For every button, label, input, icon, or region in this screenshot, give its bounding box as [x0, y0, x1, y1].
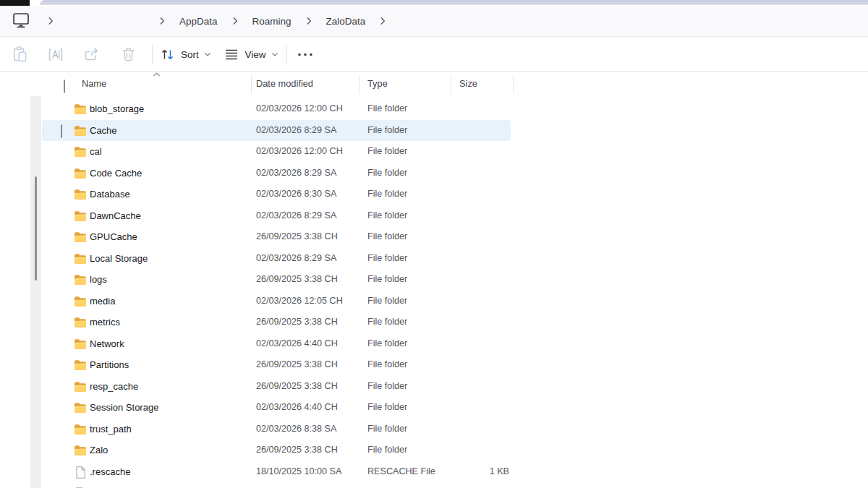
tab-bar-fragment: [40, 0, 868, 5]
file-row[interactable]: trust_path 02/03/2026 8:38 SA File folde…: [42, 419, 511, 440]
column-separator[interactable]: [359, 75, 359, 94]
sort-icon: [161, 48, 174, 61]
more-icon: [297, 53, 313, 56]
rename-button[interactable]: [46, 42, 66, 67]
file-row[interactable]: DawnCache 02/03/2026 8:29 SA File folder: [42, 205, 511, 227]
row-name: GPUCache: [90, 226, 137, 248]
row-type: File folder: [367, 98, 407, 120]
row-date: 02/03/2026 8:29 SA: [256, 163, 336, 184]
breadcrumb-segment-zalodata[interactable]: ZaloData: [322, 16, 370, 27]
file-row[interactable]: GPUCache 26/09/2025 3:38 CH File folder: [42, 226, 511, 248]
row-date: 02/03/2026 12:00 CH: [256, 141, 343, 163]
delete-button[interactable]: [118, 42, 138, 67]
file-row[interactable]: [42, 482, 511, 488]
row-name: Session Storage: [90, 397, 158, 419]
more-options-button[interactable]: [294, 42, 316, 67]
row-size: 1 KB: [441, 461, 509, 483]
row-type: File folder: [367, 269, 407, 291]
breadcrumb: AppData Roaming ZaloData: [38, 6, 396, 36]
view-button[interactable]: View: [224, 42, 279, 67]
chevron-right-icon[interactable]: [232, 17, 238, 25]
row-name: media: [90, 291, 115, 312]
chevron-down-icon: [204, 52, 211, 57]
row-type: File folder: [367, 120, 407, 142]
file-row[interactable]: cal 02/03/2026 12:00 CH File folder: [42, 141, 511, 163]
file-row[interactable]: Network 02/03/2026 4:40 CH File folder: [42, 333, 511, 355]
column-separator[interactable]: [513, 75, 514, 94]
row-name: Cache: [90, 120, 117, 142]
row-date: 02/03/2026 4:40 CH: [256, 333, 338, 355]
column-header-date-modified[interactable]: Date modified: [256, 72, 313, 96]
row-name: metrics: [90, 312, 120, 333]
row-type: File folder: [367, 163, 407, 184]
paste-button[interactable]: [10, 42, 30, 67]
breadcrumb-segment-roaming[interactable]: Roaming: [248, 16, 296, 27]
file-row[interactable]: blob_storage 02/03/2026 12:00 CH File fo…: [42, 98, 511, 120]
column-separator[interactable]: [251, 75, 252, 94]
file-row[interactable]: Session Storage 02/03/2026 4:40 CH File …: [42, 397, 511, 419]
folder-icon: [74, 103, 87, 115]
chevron-right-icon[interactable]: [380, 17, 386, 25]
folder-icon: [74, 253, 87, 265]
column-header-size[interactable]: Size: [459, 72, 477, 96]
row-date: 18/10/2025 10:00 SA: [256, 461, 341, 483]
file-row[interactable]: Zalo 26/09/2025 3:38 CH File folder: [42, 440, 511, 461]
folder-icon: [74, 402, 87, 414]
file-row[interactable]: Partitions 26/09/2025 3:38 CH File folde…: [42, 354, 511, 376]
folder-icon: [74, 424, 87, 435]
toolbar-separator: [152, 45, 153, 64]
row-type: File folder: [367, 440, 407, 461]
select-all-checkbox[interactable]: [64, 80, 65, 93]
column-header-row: Name Date modified Type Size: [0, 72, 868, 96]
row-date: 02/03/2026 8:29 SA: [256, 120, 336, 142]
row-name: Code Cache: [90, 163, 142, 184]
file-row[interactable]: media 02/03/2026 12:05 CH File folder: [42, 291, 511, 312]
row-type: File folder: [367, 354, 407, 376]
folder-icon: [74, 146, 87, 158]
file-row[interactable]: logs 26/09/2025 3:38 CH File folder: [42, 269, 511, 291]
row-type: File folder: [367, 226, 407, 248]
file-row[interactable]: metrics 26/09/2025 3:38 CH File folder: [42, 312, 511, 333]
file-icon: [74, 466, 87, 478]
rename-icon: [48, 48, 64, 61]
share-icon: [84, 47, 100, 61]
file-row[interactable]: resp_cache 26/09/2025 3:38 CH File folde…: [42, 376, 511, 398]
column-header-type[interactable]: Type: [367, 72, 388, 96]
command-toolbar: Sort View: [0, 38, 868, 72]
file-row[interactable]: .rescache 18/10/2025 10:00 SA RESCACHE F…: [42, 461, 511, 483]
row-checkbox[interactable]: [61, 125, 62, 138]
sort-button[interactable]: Sort: [161, 42, 211, 67]
file-row[interactable]: Database 02/03/2026 8:30 SA File folder: [42, 184, 511, 205]
folder-icon: [74, 168, 87, 179]
row-name: .rescache: [90, 461, 130, 483]
breadcrumb-segment-appdata[interactable]: AppData: [175, 16, 222, 27]
column-separator[interactable]: [451, 75, 451, 94]
sort-button-label: Sort: [181, 49, 199, 60]
this-pc-icon[interactable]: [12, 12, 30, 29]
row-date: 26/09/2025 3:38 CH: [256, 354, 338, 376]
nav-pane-scrollbar-thumb[interactable]: [35, 176, 37, 281]
row-type: File folder: [367, 248, 407, 270]
chevron-right-icon: [48, 17, 54, 25]
file-row[interactable]: Local Storage 02/03/2026 8:29 SA File fo…: [42, 248, 511, 270]
row-date: 26/09/2025 3:38 CH: [256, 440, 338, 461]
row-date: 02/03/2026 8:38 SA: [256, 419, 336, 440]
share-button[interactable]: [82, 42, 102, 67]
file-row[interactable]: Cache 02/03/2026 8:29 SA File folder: [42, 120, 511, 142]
row-type: File folder: [367, 376, 407, 398]
folder-icon: [74, 189, 87, 200]
folder-icon: [74, 381, 87, 393]
row-type: File folder: [367, 291, 407, 312]
row-name: blob_storage: [90, 98, 144, 120]
file-list: blob_storage 02/03/2026 12:00 CH File fo…: [42, 98, 868, 488]
chevron-down-icon: [271, 52, 278, 57]
row-type: File folder: [367, 419, 407, 440]
row-type: File folder: [367, 205, 407, 227]
row-type: RESCACHE File: [367, 461, 435, 483]
file-row[interactable]: Code Cache 02/03/2026 8:29 SA File folde…: [42, 163, 511, 184]
column-header-name[interactable]: Name: [82, 72, 106, 96]
toolbar-separator: [286, 45, 287, 64]
row-type: File folder: [367, 141, 407, 163]
window-edge-fragment: [0, 0, 30, 6]
chevron-right-icon[interactable]: [306, 17, 312, 25]
